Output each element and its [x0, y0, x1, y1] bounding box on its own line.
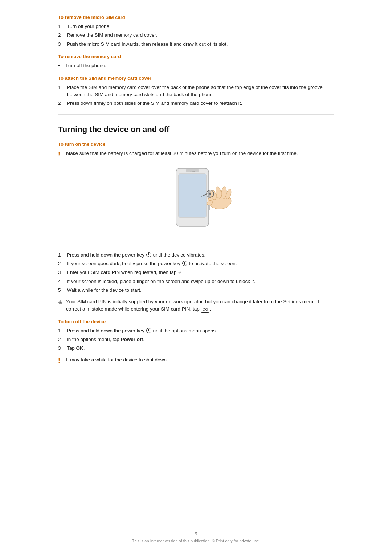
warning-icon: !: [58, 150, 66, 159]
warning-icon-2: !: [58, 356, 66, 366]
page-footer: 9 This is an Internet version of this pu…: [0, 531, 392, 543]
remove-micro-sim-list: 1 Turn off your phone. 2 Remove the SIM …: [58, 23, 334, 48]
device-illustration: SONY: [58, 167, 334, 243]
list-item: 3 Push the micro SIM card inwards, then …: [58, 41, 334, 48]
list-item: 3 Enter your SIM card PIN when requested…: [58, 269, 334, 276]
list-item: 2 Remove the SIM and memory card cover.: [58, 32, 334, 39]
enter-icon: ↵: [178, 270, 182, 276]
remove-memory-list: • Turn off the phone.: [58, 62, 334, 70]
turn-on-tip: ✳ Your SIM card PIN is initially supplie…: [58, 298, 334, 313]
device-svg: SONY: [156, 167, 236, 243]
power-icon-2: [182, 261, 187, 266]
list-item: 2 If your screen goes dark, briefly pres…: [58, 260, 334, 267]
turn-off-warning-text: It may take a while for the device to sh…: [66, 356, 168, 364]
remove-memory-heading: To remove the memory card: [58, 54, 334, 59]
page-container: To remove the micro SIM card 1 Turn off …: [0, 0, 392, 554]
attach-cover-list: 1 Place the SIM and memory card cover ov…: [58, 84, 334, 107]
list-item: 4 If your screen is locked, place a fing…: [58, 278, 334, 285]
remove-memory-section: To remove the memory card • Turn off the…: [58, 54, 334, 70]
list-item: 2 In the options menu, tap Power off.: [58, 336, 334, 343]
attach-cover-section: To attach the SIM and memory card cover …: [58, 75, 334, 107]
remove-micro-sim-heading: To remove the micro SIM card: [58, 15, 334, 20]
list-item: 1 Place the SIM and memory card cover ov…: [58, 84, 334, 99]
footer-text: This is an Internet version of this publ…: [132, 539, 260, 543]
attach-cover-heading: To attach the SIM and memory card cover: [58, 75, 334, 81]
turn-off-warning: ! It may take a while for the device to …: [58, 356, 334, 366]
turn-off-steps-list: 1 Press and hold down the power key unti…: [58, 327, 334, 352]
power-icon: [146, 252, 151, 257]
turn-on-heading: To turn on the device: [58, 141, 334, 147]
page-number: 9: [195, 531, 197, 537]
turn-off-heading: To turn off the device: [58, 319, 334, 324]
list-item: • Turn off the phone.: [58, 62, 334, 70]
svg-rect-1: [179, 174, 206, 217]
svg-text:SONY: SONY: [190, 170, 195, 172]
tip-icon: ✳: [58, 299, 66, 307]
svg-point-17: [209, 193, 211, 195]
turn-on-steps-list: 1 Press and hold down the power key unti…: [58, 251, 334, 294]
power-icon-3: [146, 328, 151, 333]
list-item: 1 Press and hold down the power key unti…: [58, 327, 334, 335]
list-item: 2 Press down firmly on both sides of the…: [58, 100, 334, 107]
turn-off-section: To turn off the device 1 Press and hold …: [58, 319, 334, 366]
list-item: 1 Turn off your phone.: [58, 23, 334, 30]
main-heading: Turning the device on and off: [58, 125, 334, 134]
list-item: 1 Press and hold down the power key unti…: [58, 251, 334, 259]
turn-on-section: To turn on the device ! Make sure that t…: [58, 141, 334, 313]
warning-text: Make sure that the battery is charged fo…: [66, 150, 298, 157]
svg-rect-6: [208, 205, 210, 210]
tip-text: Your SIM card PIN is initially supplied …: [66, 298, 334, 313]
turn-on-warning: ! Make sure that the battery is charged …: [58, 150, 334, 159]
section-divider: [58, 114, 334, 115]
remove-micro-sim-section: To remove the micro SIM card 1 Turn off …: [58, 15, 334, 48]
list-item: 3 Tap OK.: [58, 345, 334, 352]
backspace-icon: ⌫: [201, 307, 209, 313]
list-item: 5 Wait a while for the device to start.: [58, 287, 334, 294]
